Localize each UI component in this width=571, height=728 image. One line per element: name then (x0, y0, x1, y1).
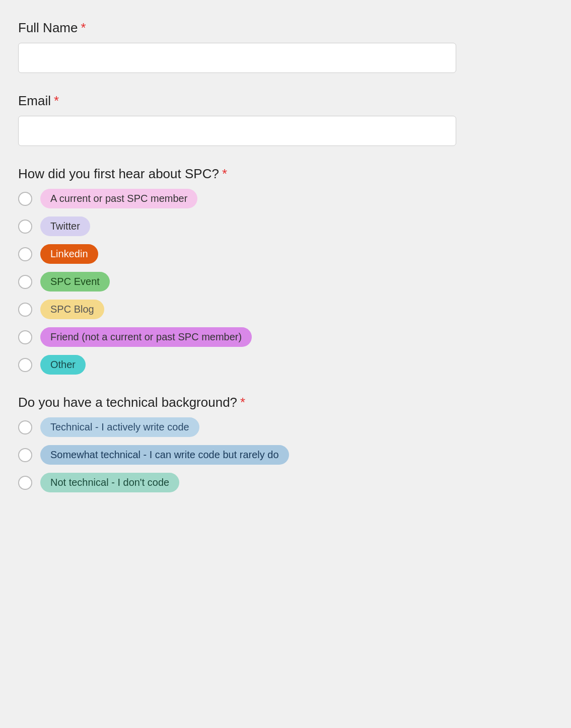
pill-twitter: Twitter (40, 216, 90, 236)
technical-background-options: Technical - I actively write code Somewh… (18, 417, 553, 492)
technical-background-option-not-technical[interactable]: Not technical - I don't code (18, 473, 553, 492)
technical-background-field: Do you have a technical background? * Te… (18, 395, 553, 492)
hear-about-field: How did you first hear about SPC? * A cu… (18, 166, 553, 375)
hear-about-option-spc-event[interactable]: SPC Event (18, 272, 553, 292)
pill-not-technical: Not technical - I don't code (40, 473, 179, 492)
pill-friend: Friend (not a current or past SPC member… (40, 327, 252, 347)
technical-background-option-technical[interactable]: Technical - I actively write code (18, 417, 553, 437)
hear-about-option-spc-member[interactable]: A current or past SPC member (18, 189, 553, 208)
radio-technical[interactable] (18, 420, 32, 434)
hear-about-question-text: How did you first hear about SPC? (18, 166, 219, 182)
technical-background-required-star: * (240, 395, 245, 410)
hear-about-option-spc-blog[interactable]: SPC Blog (18, 300, 553, 319)
pill-technical: Technical - I actively write code (40, 417, 199, 437)
radio-linkedin[interactable] (18, 247, 32, 261)
pill-somewhat-technical: Somewhat technical - I can write code bu… (40, 445, 289, 465)
email-field: Email * (18, 93, 553, 146)
full-name-label-text: Full Name (18, 20, 78, 36)
email-input[interactable] (18, 116, 456, 146)
email-label: Email * (18, 93, 553, 109)
hear-about-option-twitter[interactable]: Twitter (18, 216, 553, 236)
full-name-field: Full Name * (18, 20, 553, 73)
radio-spc-event[interactable] (18, 275, 32, 289)
pill-other: Other (40, 355, 86, 375)
pill-spc-event: SPC Event (40, 272, 110, 292)
hear-about-question: How did you first hear about SPC? * (18, 166, 553, 182)
radio-somewhat-technical[interactable] (18, 448, 32, 462)
hear-about-required-star: * (222, 166, 227, 182)
hear-about-option-friend[interactable]: Friend (not a current or past SPC member… (18, 327, 553, 347)
full-name-label: Full Name * (18, 20, 553, 36)
radio-twitter[interactable] (18, 220, 32, 234)
technical-background-question: Do you have a technical background? * (18, 395, 553, 410)
email-required-star: * (54, 93, 59, 109)
radio-not-technical[interactable] (18, 476, 32, 490)
pill-linkedin: Linkedin (40, 244, 98, 264)
radio-spc-blog[interactable] (18, 303, 32, 317)
full-name-input[interactable] (18, 43, 456, 73)
hear-about-option-other[interactable]: Other (18, 355, 553, 375)
email-label-text: Email (18, 93, 51, 109)
technical-background-option-somewhat[interactable]: Somewhat technical - I can write code bu… (18, 445, 553, 465)
pill-spc-member: A current or past SPC member (40, 189, 197, 208)
radio-friend[interactable] (18, 330, 32, 344)
radio-spc-member[interactable] (18, 192, 32, 206)
technical-background-question-text: Do you have a technical background? (18, 395, 237, 410)
full-name-required-star: * (81, 20, 86, 36)
hear-about-option-linkedin[interactable]: Linkedin (18, 244, 553, 264)
hear-about-options: A current or past SPC member Twitter Lin… (18, 189, 553, 375)
pill-spc-blog: SPC Blog (40, 300, 104, 319)
radio-other[interactable] (18, 358, 32, 372)
